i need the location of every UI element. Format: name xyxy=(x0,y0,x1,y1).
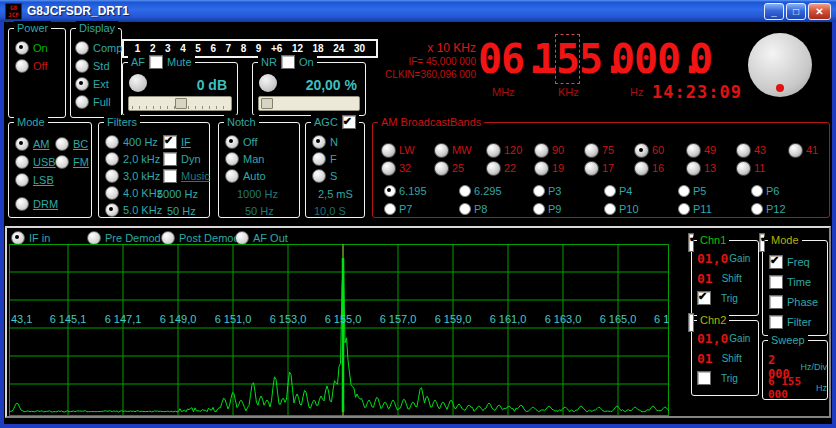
frequency-display[interactable]: 0 6 . 1 5 5 . 0 0 0 . 0 xyxy=(478,34,730,84)
mode-fm-radio[interactable]: FM xyxy=(55,155,89,169)
power-on-radio[interactable]: On xyxy=(15,41,48,55)
scope-mode-enable-checkbox[interactable] xyxy=(759,233,765,252)
nr-on-checkbox[interactable] xyxy=(281,55,295,69)
chn2-gain-value[interactable]: 01,0 xyxy=(697,331,728,346)
freq-digit[interactable]: 0 xyxy=(611,35,634,83)
band-43m-radio[interactable]: 43 xyxy=(736,143,766,157)
band-22m-radio[interactable]: 22 xyxy=(486,161,516,175)
scope-mode-phase-checkbox[interactable]: Phase xyxy=(769,295,818,309)
sweep-center-value[interactable]: 6 155 000 xyxy=(768,375,814,401)
freq-digit[interactable]: 0 xyxy=(634,35,657,83)
agc-n-radio[interactable]: N xyxy=(312,135,338,149)
agc-enable-checkbox[interactable] xyxy=(342,115,356,129)
tuning-knob[interactable] xyxy=(748,33,812,97)
titlebar[interactable]: G8 JCF G8JCFSDR_DRT1 _ □ ✕ xyxy=(0,0,836,22)
preset-p10-radio[interactable]: P10 xyxy=(604,202,639,216)
band-41m-radio[interactable]: 41 xyxy=(788,143,818,157)
notch-auto-radio[interactable]: Auto xyxy=(225,169,266,183)
mode-lsb-radio[interactable]: LSB xyxy=(15,173,54,187)
band-120m-radio[interactable]: 120 xyxy=(486,143,522,157)
maximize-button[interactable]: □ xyxy=(786,3,806,20)
band-lw-radio[interactable]: LW xyxy=(381,143,415,157)
mode-bc-radio[interactable]: BC xyxy=(55,137,88,151)
chn1-gain-value[interactable]: 01,0 xyxy=(697,251,728,266)
filter-if-checkbox[interactable]: IF xyxy=(163,135,191,149)
scope-source-afout-radio[interactable]: AF Out xyxy=(235,231,288,245)
scope-mode-freq-checkbox[interactable]: Freq xyxy=(769,255,810,269)
display-full-radio[interactable]: Full xyxy=(75,95,111,109)
filter-music-checkbox[interactable]: Music xyxy=(163,169,210,183)
mode-usb-radio[interactable]: USB xyxy=(15,155,56,169)
preset-p5-radio[interactable]: P5 xyxy=(678,184,706,198)
filter-dyn-checkbox[interactable]: Dyn xyxy=(163,152,201,166)
notch-off-radio[interactable]: Off xyxy=(225,135,257,149)
af-knob[interactable] xyxy=(129,74,147,92)
chn1-trig-checkbox[interactable]: Trig xyxy=(697,291,738,305)
af-slider[interactable] xyxy=(128,96,232,111)
close-button[interactable]: ✕ xyxy=(808,3,831,20)
chn1-enable-checkbox[interactable] xyxy=(688,233,694,252)
band-17m-radio[interactable]: 17 xyxy=(584,161,614,175)
freq-digit[interactable]: 1 xyxy=(533,35,556,83)
window-controls: _ □ ✕ xyxy=(764,3,831,20)
filter-2khz-radio[interactable]: 2,0 kHz xyxy=(105,152,160,166)
notch-man-radio[interactable]: Man xyxy=(225,152,264,166)
band-mw-radio[interactable]: MW xyxy=(434,143,472,157)
freq-digit[interactable]: 0 xyxy=(689,35,712,83)
preset-p7-radio[interactable]: P7 xyxy=(384,202,412,216)
filter-4khz-radio[interactable]: 4.0 KHz xyxy=(105,186,162,200)
scope-mode-time-checkbox[interactable]: Time xyxy=(769,275,811,289)
agc-s-radio[interactable]: S xyxy=(312,169,337,183)
freq-digit[interactable]: 6 xyxy=(501,35,524,83)
freq-digit[interactable]: 0 xyxy=(478,35,501,83)
band-32m-radio[interactable]: 32 xyxy=(381,161,411,175)
radio-icon xyxy=(312,135,326,149)
preset-p9-radio[interactable]: P9 xyxy=(533,202,561,216)
filter-5khz-radio[interactable]: 5.0 KHz xyxy=(105,203,162,217)
filter-400hz-radio[interactable]: 400 Hz xyxy=(105,135,158,149)
af-slider-thumb[interactable] xyxy=(175,98,187,109)
freq-digit-selected[interactable]: 5 xyxy=(555,34,580,84)
band-60m-radio[interactable]: 60 xyxy=(634,143,664,157)
preset-p4-radio[interactable]: P4 xyxy=(604,184,632,198)
nr-slider[interactable] xyxy=(258,96,360,111)
display-std-radio[interactable]: Std xyxy=(75,59,110,73)
spectrum-plot[interactable]: 43,1 6 145,1 6 147,1 6 149,0 6 151,0 6 1… xyxy=(9,244,669,416)
band-16m-radio[interactable]: 16 xyxy=(634,161,664,175)
band-25m-radio[interactable]: 25 xyxy=(434,161,464,175)
freq-digit[interactable]: 0 xyxy=(657,35,680,83)
scope-source-ifin-radio[interactable]: IF in xyxy=(11,231,50,245)
preset-p3-radio[interactable]: P3 xyxy=(533,184,561,198)
band-19m-radio[interactable]: 19 xyxy=(534,161,564,175)
chn2-enable-checkbox[interactable] xyxy=(688,313,694,332)
preset-6195-radio[interactable]: 6.195 xyxy=(384,184,427,198)
display-comp-radio[interactable]: Comp xyxy=(75,41,122,55)
minimize-button[interactable]: _ xyxy=(764,3,784,20)
scope-source-postdemod-radio[interactable]: Post Demod xyxy=(161,231,240,245)
display-ext-radio[interactable]: Ext xyxy=(75,77,109,91)
filter-3khz-radio[interactable]: 3,0 kHz xyxy=(105,169,160,183)
preset-p8-radio[interactable]: P8 xyxy=(459,202,487,216)
chn2-trig-checkbox[interactable]: Trig xyxy=(697,371,738,385)
af-mute-checkbox[interactable] xyxy=(149,55,163,69)
power-off-radio[interactable]: Off xyxy=(15,59,47,73)
nr-slider-thumb[interactable] xyxy=(261,98,273,109)
mode-am-radio[interactable]: AM xyxy=(15,137,50,151)
preset-p12-radio[interactable]: P12 xyxy=(751,202,786,216)
mode-drm-radio[interactable]: DRM xyxy=(15,197,58,211)
scope-mode-filter-checkbox[interactable]: Filter xyxy=(769,315,811,329)
band-90m-radio[interactable]: 90 xyxy=(534,143,564,157)
chn1-shift-value[interactable]: 01 xyxy=(697,271,713,286)
agc-f-radio[interactable]: F xyxy=(312,152,337,166)
band-13m-radio[interactable]: 13 xyxy=(686,161,716,175)
preset-6295-radio[interactable]: 6.295 xyxy=(459,184,502,198)
band-49m-radio[interactable]: 49 xyxy=(686,143,716,157)
nr-knob[interactable] xyxy=(259,74,277,92)
preset-p11-radio[interactable]: P11 xyxy=(678,202,712,216)
scope-source-predemod-radio[interactable]: Pre Demod xyxy=(87,231,161,245)
preset-p6-radio[interactable]: P6 xyxy=(751,184,779,198)
band-75m-radio[interactable]: 75 xyxy=(584,143,614,157)
chn2-shift-value[interactable]: 01 xyxy=(697,351,713,366)
freq-digit[interactable]: 5 xyxy=(579,35,602,83)
band-11m-radio[interactable]: 11 xyxy=(736,161,765,175)
